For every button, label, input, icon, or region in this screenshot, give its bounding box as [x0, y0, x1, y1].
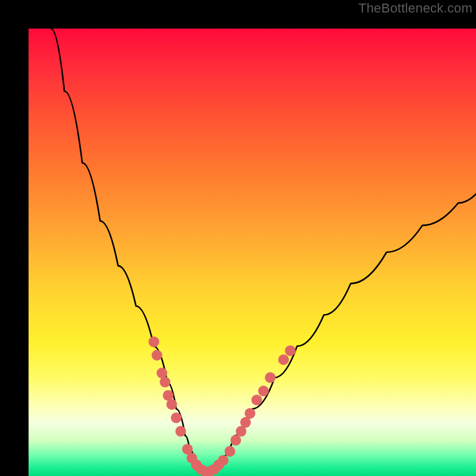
curve-marker — [252, 394, 262, 405]
plot-area — [29, 29, 476, 476]
curve-marker — [159, 377, 170, 387]
curve-marker — [176, 426, 186, 437]
chart-overlay — [29, 29, 476, 476]
curve-marker — [149, 336, 159, 347]
curve-marker — [230, 435, 241, 446]
curve-marker — [152, 350, 162, 361]
curve-marker — [285, 345, 296, 356]
curve-marker — [265, 372, 275, 383]
bottleneck-curve — [51, 29, 476, 472]
curve-marker — [258, 386, 269, 396]
chart-frame — [0, 0, 476, 476]
highlighted-points — [149, 336, 296, 476]
curve-marker — [245, 408, 255, 419]
watermark-text: TheBottleneck.com — [358, 1, 472, 16]
curve-marker — [167, 399, 177, 410]
curve-marker — [171, 412, 181, 423]
curve-marker — [224, 446, 235, 457]
curve-marker — [218, 455, 228, 466]
curve-marker — [278, 355, 289, 365]
